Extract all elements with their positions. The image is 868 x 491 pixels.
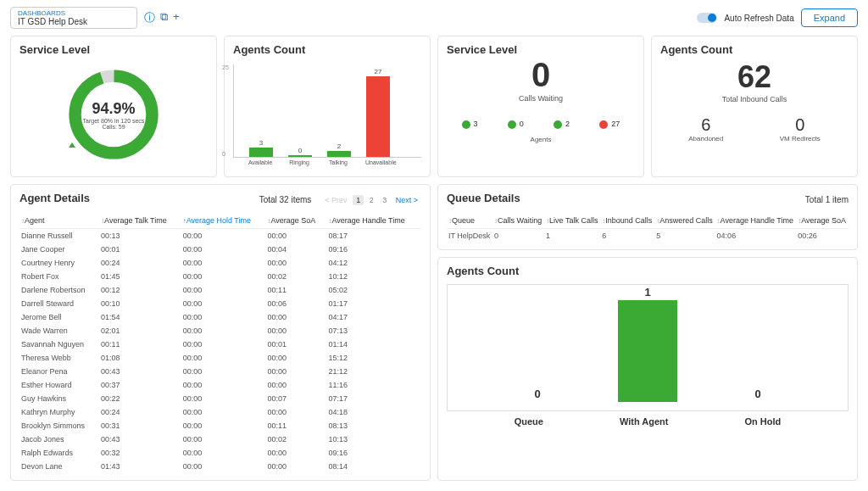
table-row: Savannah Nguyen00:1100:0000:0101:14	[19, 338, 421, 351]
cell: Esther Howard	[19, 378, 99, 392]
selector-label: DASHBOARDS	[18, 9, 130, 17]
add-icon[interactable]: +	[173, 10, 180, 25]
cell: 02:01	[99, 324, 181, 338]
copy-icon[interactable]: ⧉	[160, 10, 168, 25]
cell: Guy Hawkins	[19, 392, 99, 405]
column-header[interactable]: Answered Calls	[654, 213, 715, 229]
legend-dot-icon	[462, 120, 470, 129]
cell: 08:14	[326, 460, 421, 473]
table-row: IT HelpDesk016504:0600:26	[447, 229, 849, 243]
x-label: Ringing	[287, 159, 311, 165]
legend-dot-icon	[599, 120, 608, 129]
table-header-row: AgentAverage Talk TimeAverage Hold TimeA…	[19, 213, 421, 229]
table-row: Darlene Robertson00:1200:0000:1105:02	[19, 283, 421, 297]
x-label: Available	[248, 159, 272, 165]
pager-next[interactable]: Next >	[392, 195, 421, 205]
column-header[interactable]: Average Handle Time	[715, 213, 797, 229]
donut-chart: 94.9% Target 80% in 120 secs Calls: 59	[19, 59, 208, 170]
table-row: Ralph Edwards00:3200:0000:0009:16	[19, 446, 421, 460]
queue-x-labels: QueueWith AgentOn Hold	[447, 416, 849, 427]
card-title: Agents Count	[233, 43, 421, 56]
card-title: Service Level	[19, 43, 208, 56]
column-header[interactable]: Agent	[19, 213, 99, 229]
top-icons: ⓘ ⧉ +	[144, 10, 180, 25]
pager-page-2[interactable]: 2	[366, 195, 377, 205]
cell: 0	[492, 229, 544, 243]
cell: 00:12	[99, 283, 181, 297]
cell: 00:43	[99, 432, 181, 446]
table-row: Jerome Bell01:5400:0000:0004:17	[19, 310, 421, 324]
cell: 05:02	[326, 283, 421, 297]
legend-item: 0	[508, 120, 524, 129]
agent-legend: 30227	[447, 120, 635, 129]
card-title: Service Level	[447, 43, 635, 56]
table-row: Dianne Russell00:1300:0000:0008:17	[19, 229, 421, 243]
column-header[interactable]: Average SoA	[796, 213, 849, 229]
x-label: With Agent	[620, 416, 669, 427]
column-header[interactable]: Calls Waiting	[492, 213, 544, 229]
pager: < Prev 1 2 3 Next >	[321, 196, 421, 204]
column-header[interactable]: Average Hold Time	[181, 213, 266, 229]
bar-col: 1	[618, 286, 677, 402]
auto-refresh-label: Auto Refresh Data	[724, 14, 793, 23]
service-level-gauge-card: Service Level 94.9% Target 80% in 120 se…	[10, 36, 217, 177]
cell: 00:00	[181, 432, 266, 446]
cell: Kathryn Murphy	[19, 405, 99, 419]
bar-col: 3	[249, 139, 273, 157]
legend-caption: Agents	[447, 136, 635, 143]
column-header[interactable]: Queue	[447, 213, 492, 229]
column-header[interactable]: Inbound Calls	[600, 213, 654, 229]
legend-item: 2	[554, 120, 570, 129]
cell: Jane Cooper	[19, 243, 99, 256]
cell: 00:02	[265, 270, 326, 283]
cell: 00:00	[181, 297, 266, 310]
cell: Savannah Nguyen	[19, 338, 99, 351]
auto-refresh-toggle[interactable]	[697, 13, 717, 23]
bar-value: 1	[644, 286, 650, 299]
table-row: Robert Fox01:4500:0000:0210:12	[19, 270, 421, 283]
bar	[288, 155, 312, 157]
cell: 00:00	[181, 405, 266, 419]
total-inbound-label: Total Inbound Calls	[660, 95, 849, 103]
gauge-target2: Calls: 59	[83, 124, 145, 130]
agent-details-table: AgentAverage Talk TimeAverage Hold TimeA…	[19, 213, 421, 473]
cell: IT HelpDesk	[447, 229, 492, 243]
column-header[interactable]: Average SoA	[265, 213, 326, 229]
cell: 10:13	[326, 432, 421, 446]
cell: 11:16	[326, 378, 421, 392]
cell: 00:37	[99, 378, 181, 392]
bar-value: 3	[259, 139, 263, 147]
expand-button[interactable]: Expand	[801, 8, 858, 27]
cell: 00:00	[181, 243, 266, 256]
pager-page-1[interactable]: 1	[353, 195, 364, 205]
cell: 00:00	[181, 378, 266, 392]
pager-prev[interactable]: < Prev	[321, 195, 350, 205]
table-row: Brooklyn Simmons00:3100:0000:1108:13	[19, 419, 421, 432]
cell: 00:00	[181, 460, 266, 473]
cell: 5	[654, 229, 715, 243]
column-header[interactable]: Live Talk Calls	[544, 213, 600, 229]
table-row: Wade Warren02:0100:0000:0007:13	[19, 324, 421, 338]
cell: 07:13	[326, 324, 421, 338]
agents-bar-chart: 25 0 30227	[233, 64, 421, 158]
dashboard-selector[interactable]: DASHBOARDS IT GSD Help Desk	[10, 7, 137, 29]
info-icon[interactable]: ⓘ	[144, 10, 155, 25]
cell: 09:16	[326, 243, 421, 256]
cell: 00:06	[265, 297, 326, 310]
y-axis: 25 0	[222, 64, 229, 157]
cell: 08:13	[326, 419, 421, 432]
pager-page-3[interactable]: 3	[379, 195, 390, 205]
calls-waiting-value: 0	[447, 56, 635, 94]
cell: 04:18	[326, 405, 421, 419]
table-row: Darrell Steward00:1000:0000:0601:17	[19, 297, 421, 310]
bar-col: 0	[508, 388, 567, 402]
cell: 00:00	[265, 256, 326, 270]
cell: Ralph Edwards	[19, 446, 99, 460]
cell: 00:32	[99, 446, 181, 460]
queue-agents-chart-card: Agents Count 010 QueueWith AgentOn Hold	[437, 257, 858, 481]
x-label: Queue	[515, 416, 543, 427]
column-header[interactable]: Average Handle Time	[326, 213, 421, 229]
column-header[interactable]: Average Talk Time	[99, 213, 181, 229]
legend-item: 27	[599, 120, 620, 129]
cell: 15:12	[326, 351, 421, 365]
